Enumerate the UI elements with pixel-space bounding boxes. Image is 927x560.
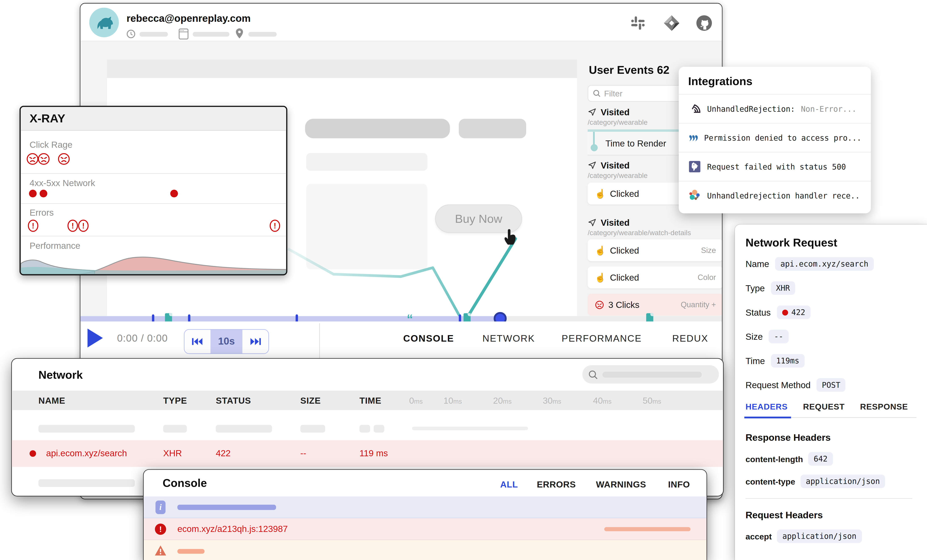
skip-controls: 10s — [184, 329, 269, 354]
console-log-warning[interactable] — [144, 540, 707, 560]
info-icon: i — [156, 501, 166, 514]
network-row-error[interactable]: api.ecom.xyz/search XHR 422 -- 119 ms — [12, 440, 723, 467]
location-pin-icon — [235, 28, 243, 39]
tab-performance[interactable]: PERFORMANCE — [562, 333, 642, 344]
tab-response[interactable]: RESPONSE — [860, 402, 908, 411]
skip-back-button[interactable] — [184, 330, 211, 354]
field-value[interactable]: 119ms — [771, 354, 805, 367]
header-accept: accept application/json — [746, 530, 862, 543]
tab-network[interactable]: NETWORK — [482, 333, 535, 344]
event-rage-clicks[interactable]: 3 Clicks Quantity + — [588, 294, 723, 316]
user-events-title-text: User Events — [589, 64, 654, 76]
click-hand-icon: ☝ — [595, 188, 606, 199]
tab-request[interactable]: REQUEST — [803, 402, 845, 411]
response-headers-title: Response Headers — [746, 433, 831, 443]
badge-skeleton — [459, 119, 526, 138]
event-target: Quantity + — [681, 300, 716, 309]
integration-row-sentry[interactable]: UnhandledRejection: Non-Error... — [679, 94, 871, 123]
header-value: application/json — [777, 530, 862, 543]
integration-row-permission[interactable]: Permission denied to access pro... — [679, 123, 871, 152]
field-value[interactable]: XHR — [770, 281, 795, 295]
connector-line — [593, 132, 595, 146]
field-value[interactable]: -- — [769, 330, 789, 343]
error-icon: ! — [155, 524, 166, 535]
tab-redux[interactable]: REDUX — [672, 333, 708, 344]
event-visited-3[interactable]: Visited /category/wearable/watch-details — [588, 217, 723, 237]
field-size: Size -- — [746, 330, 789, 343]
integration-message-muted: Non-Error... — [801, 105, 857, 113]
header-content-length: content-length 642 — [746, 452, 833, 466]
title-skeleton — [305, 119, 450, 138]
click-rage-label: Click Rage — [30, 140, 73, 149]
request-type: XHR — [163, 448, 182, 458]
event-clicked-color[interactable]: ☝ Clicked Color — [588, 267, 723, 288]
jira-icon[interactable] — [663, 14, 681, 32]
svg-text:!: ! — [32, 222, 34, 230]
divider — [21, 203, 286, 204]
session-toolbar: rebecca@openreplay.com — [80, 3, 722, 41]
console-panel: Console ALL ERRORS WARNINGS INFO i ! eco… — [144, 470, 707, 560]
console-tab-all[interactable]: ALL — [500, 479, 518, 489]
integration-row-elastic[interactable]: Unhandledrejection handler rece.. — [679, 181, 871, 210]
integration-row-datadog[interactable]: Request failed with status 500 — [679, 152, 871, 181]
field-value[interactable]: 422 — [777, 305, 811, 319]
header-label: content-length — [746, 454, 803, 464]
tab-headers[interactable]: HEADERS — [746, 402, 788, 411]
console-log-info[interactable]: i — [144, 496, 707, 518]
network-search[interactable] — [582, 365, 719, 384]
click-rage-markers[interactable] — [26, 152, 91, 166]
duration-skeleton — [140, 32, 168, 37]
console-tab-warnings[interactable]: WARNINGS — [596, 479, 646, 489]
github-icon[interactable] — [695, 14, 713, 32]
tick-30ms: 30ms — [543, 395, 561, 405]
network-row-skeleton — [12, 417, 723, 440]
console-log-error[interactable]: ! ecom.xyz/a213qh.js:123987 — [144, 518, 707, 540]
error-markers[interactable]: !! !! — [27, 219, 287, 233]
event-clicked-size[interactable]: ☝ Clicked Size — [588, 239, 723, 261]
field-value[interactable]: POST — [816, 378, 846, 392]
network-title: Network — [38, 369, 83, 382]
console-tab-errors[interactable]: ERRORS — [537, 479, 576, 489]
click-hand-icon: ☝ — [595, 272, 606, 283]
network-error-marker[interactable] — [170, 190, 178, 197]
col-status[interactable]: STATUS — [216, 395, 251, 405]
search-icon — [593, 89, 600, 97]
tab-console[interactable]: CONSOLE — [403, 333, 454, 344]
tick-50ms: 50ms — [643, 395, 661, 405]
clock-icon — [126, 30, 135, 38]
col-type[interactable]: TYPE — [163, 395, 187, 405]
datadog-icon — [688, 160, 701, 173]
warning-icon — [154, 545, 167, 556]
slack-icon[interactable] — [629, 14, 647, 32]
console-tab-info[interactable]: INFO — [668, 479, 690, 489]
field-label: Type — [746, 283, 765, 293]
log-text-skeleton — [604, 527, 691, 531]
time-display: 0:00 / 0:00 — [117, 332, 168, 344]
svg-text:!: ! — [274, 222, 276, 230]
network-error-marker[interactable] — [29, 190, 37, 197]
buy-now-label: Buy Now — [455, 212, 502, 226]
click-hand-icon: ☝ — [595, 245, 606, 256]
tick-0ms: 0ms — [409, 395, 423, 405]
player-timeline[interactable]: “ — [80, 316, 722, 321]
log-text-skeleton — [178, 505, 276, 510]
event-type: Visited — [601, 160, 630, 170]
field-value[interactable]: api.ecom.xyz/search — [775, 257, 874, 271]
skip-interval-label[interactable]: 10s — [211, 330, 242, 354]
col-time[interactable]: TIME — [359, 395, 381, 405]
xray-panel: X-RAY Click Rage 4xx-5xx Network Errors … — [20, 106, 287, 275]
skip-forward-button[interactable] — [242, 330, 268, 354]
network-error-marker[interactable] — [40, 190, 47, 197]
event-url: /category/wearable/watch-details — [588, 229, 723, 237]
col-size[interactable]: SIZE — [300, 395, 321, 405]
header-value: 642 — [808, 452, 833, 466]
col-name[interactable]: NAME — [38, 395, 65, 405]
integration-message: Permission denied to access pro... — [704, 133, 862, 142]
xray-title: X-RAY — [21, 107, 286, 131]
divider — [746, 498, 912, 499]
request-status: 422 — [216, 448, 231, 458]
play-button[interactable] — [87, 329, 103, 348]
field-label: Size — [746, 332, 763, 341]
svg-text:!: ! — [82, 222, 85, 230]
request-title: Network Request — [746, 237, 837, 249]
